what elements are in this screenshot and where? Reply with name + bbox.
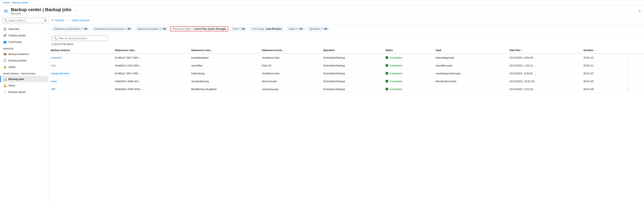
cell-start-time: 10/12/2021, 1:35:14 ...: [507, 62, 581, 69]
cell-vault: azurefilesvault: [433, 62, 507, 69]
cell-status: ✓ Completed: [383, 77, 433, 85]
cell-backup-instance: uffff: [48, 85, 112, 93]
status-completed-icon: ✓: [386, 72, 388, 75]
sidebar-item-overview[interactable]: 🏠 Overview: [0, 26, 48, 32]
header-more-button[interactable]: ···: [76, 9, 78, 13]
sidebar-item-label: Alerts: [8, 84, 15, 87]
cell-start-time: 10/12/2021, 10:01:30...: [507, 77, 581, 85]
cell-datasource-reso: BlobBackup-BugBash: [189, 85, 260, 93]
row-more-button[interactable]: ···: [626, 71, 630, 75]
header-title-group: Backup center | Backup jobs Microsoft: [11, 7, 72, 15]
vaults-icon: 🔒: [3, 65, 6, 68]
cell-datasource-locat: East US: [260, 62, 321, 69]
backup-jobs-table: Backup instance ↑↓ Datasource subs... Da…: [48, 47, 644, 93]
filter-datasource-location[interactable]: Datasource location == All: [135, 27, 168, 31]
cell-backup-instance: wefw: [48, 77, 112, 85]
breadcrumb: Home > Backup center: [3, 1, 28, 4]
cell-datasource-subs: ef4ab5a7-c2c0-4304-...: [112, 62, 189, 69]
status-completed-icon: ✓: [386, 56, 388, 59]
sort-start-time-icon[interactable]: ↑↓: [522, 49, 524, 52]
sidebar-item-alerts[interactable]: 🔔 Alerts: [0, 82, 48, 89]
breadcrumb-current[interactable]: Backup center: [13, 1, 28, 4]
backup-jobs-table-container: Backup instance ↑↓ Datasource subs... Da…: [48, 47, 644, 206]
filter-search-box[interactable]: 🔍: [52, 36, 108, 41]
status-completed-icon: ✓: [386, 80, 388, 83]
sidebar-item-backup-policies[interactable]: 📋 Backup policies: [0, 57, 48, 64]
sort-duration-icon[interactable]: ↑↓: [595, 49, 597, 52]
table-row: uffff 62b829ee-7936-40c9-... BlobBackup-…: [48, 85, 644, 93]
sidebar-item-community[interactable]: 👥 Community: [0, 39, 48, 45]
sort-backup-instance-icon[interactable]: ↑↓: [72, 49, 74, 52]
filter-datasource-subscription[interactable]: Datasource subscription == All: [52, 27, 90, 31]
breadcrumb-home[interactable]: Home: [3, 1, 10, 4]
collapse-sidebar-button[interactable]: ≪: [44, 19, 47, 22]
sidebar-item-label: Overview: [8, 28, 19, 31]
cell-datasource-locat: centraluseuap: [260, 85, 321, 93]
getting-started-icon: 🚀: [3, 34, 6, 37]
sidebar-search-input[interactable]: [9, 19, 42, 22]
community-icon: 👥: [3, 40, 6, 43]
status-label: Completed: [390, 72, 402, 75]
sidebar-item-label: Backup jobs: [8, 77, 24, 81]
cell-duration: 00:01:37: [581, 69, 624, 77]
table-row: zrsshare1 6c48fa17-39c7-45f1-... kartraa…: [48, 54, 644, 62]
filter-datasource-type[interactable]: Datasource type == Azure Files (Azure St…: [170, 27, 228, 31]
select-columns-button[interactable]: → Select columns: [68, 18, 90, 23]
cell-actions: ···: [624, 69, 644, 77]
filter-operation[interactable]: Operation == All: [307, 27, 330, 31]
filter-status[interactable]: Status == All: [286, 27, 305, 31]
sidebar-item-backup-reports[interactable]: 📄 Backup reports: [0, 89, 48, 95]
col-datasource-subs: Datasource subs...: [112, 47, 189, 54]
filter-bar: Datasource subscription == All Datasourc…: [48, 25, 644, 34]
monitoring-section-label: Monitoring + reporting: [0, 70, 48, 76]
cell-datasource-locat: Southeast Asia: [260, 54, 321, 62]
cell-datasource-subs: 6c48fa17-39c7-45f1-...: [112, 54, 189, 62]
cell-status: ✓ Completed: [383, 69, 433, 77]
cell-datasource-locat: West Europe: [260, 77, 321, 85]
col-operation: Operation: [321, 47, 383, 54]
cell-datasource-locat: Southeast Asia: [260, 69, 321, 77]
content-area: ↻ Refresh → Select columns Datasource su…: [48, 16, 644, 206]
sidebar-search-box[interactable]: 🔍 ≪: [2, 18, 46, 23]
cell-duration: 00:01:11: [581, 62, 624, 69]
sidebar-item-backup-jobs[interactable]: 📊 Backup jobs: [0, 76, 48, 82]
sidebar-item-getting-started[interactable]: 🚀 Getting started: [0, 32, 48, 39]
page-header: Backup center | Backup jobs Microsoft ··…: [0, 6, 644, 16]
refresh-label: Refresh: [55, 19, 64, 22]
col-status: Status: [383, 47, 433, 54]
cell-vault: [433, 85, 507, 93]
cell-status: ✓ Completed: [383, 62, 433, 69]
row-more-button[interactable]: ···: [626, 64, 630, 67]
cell-operation: Scheduled Backup: [321, 54, 383, 62]
refresh-button[interactable]: ↻ Refresh: [52, 18, 64, 23]
filter-time-range[interactable]: Time range : Last 24 hours: [249, 27, 284, 31]
sidebar-item-backup-instances[interactable]: 📦 Backup instances: [0, 51, 48, 57]
cell-datasource-subs: e3d2d341-4ddb-4c5...: [112, 77, 189, 85]
row-more-button[interactable]: ···: [626, 87, 630, 91]
table-row: wefw e3d2d341-4ddb-4c5... wonderdemorg W…: [48, 77, 644, 85]
filter-datasource-resource-group[interactable]: Datasource resource group == All: [92, 27, 133, 31]
row-more-button[interactable]: ···: [626, 56, 630, 59]
status-label: Completed: [390, 88, 402, 91]
cell-operation: Scheduled Backup: [321, 62, 383, 69]
sidebar-item-label: Getting started: [8, 34, 26, 37]
page-title: Backup center | Backup jobs: [11, 7, 72, 12]
cell-vault: kartraafsgavault: [433, 54, 507, 62]
cell-actions: ···: [624, 54, 644, 62]
sidebar-item-label: Backup policies: [8, 59, 26, 62]
backup-instances-icon: 📦: [3, 52, 6, 56]
filter-by-backup-instance-input[interactable]: [58, 37, 106, 40]
cell-status: ✓ Completed: [383, 54, 433, 62]
hamburger-menu[interactable]: [3, 9, 8, 13]
sidebar-item-vaults[interactable]: 🔒 Vaults: [0, 64, 48, 70]
close-button[interactable]: ×: [638, 9, 641, 13]
search-area: 🔍: [48, 34, 644, 42]
table-row: yabajaj-fileshare 6c48fa17-39c7-45f1-...…: [48, 69, 644, 77]
main-layout: 🔍 ≪ 🏠 Overview 🚀 Getting started 👥 Commu…: [0, 16, 644, 206]
cell-start-time: 10/12/2021, 9:00:09 ...: [507, 54, 581, 62]
filter-search-icon: 🔍: [54, 37, 57, 40]
sidebar-item-label: Backup reports: [8, 90, 26, 93]
cell-status: ✓ Completed: [383, 85, 433, 93]
filter-vault[interactable]: Vault == All: [230, 27, 248, 31]
row-more-button[interactable]: ···: [626, 79, 630, 83]
